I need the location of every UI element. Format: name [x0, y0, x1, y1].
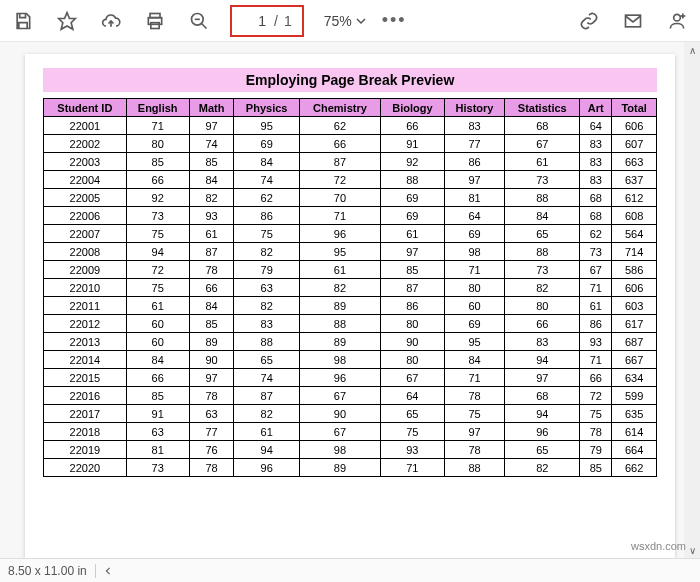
table-cell: 82 [505, 279, 580, 297]
more-menu[interactable]: ••• [382, 10, 407, 31]
table-cell: 61 [505, 153, 580, 171]
table-cell: 83 [444, 117, 505, 135]
table-cell: 88 [380, 171, 444, 189]
table-cell: 22001 [44, 117, 127, 135]
table-cell: 91 [380, 135, 444, 153]
table-cell: 80 [380, 351, 444, 369]
table-cell: 78 [189, 387, 234, 405]
table-cell: 72 [126, 261, 189, 279]
table-cell: 66 [299, 135, 380, 153]
table-cell: 75 [126, 225, 189, 243]
table-cell: 75 [580, 405, 612, 423]
table-cell: 608 [612, 207, 657, 225]
table-cell: 22016 [44, 387, 127, 405]
table-cell: 82 [234, 297, 299, 315]
table-cell: 75 [444, 405, 505, 423]
print-icon[interactable] [138, 4, 172, 38]
table-cell: 22020 [44, 459, 127, 477]
table-cell: 564 [612, 225, 657, 243]
table-cell: 90 [380, 333, 444, 351]
table-cell: 606 [612, 279, 657, 297]
table-cell: 22006 [44, 207, 127, 225]
table-cell: 85 [126, 387, 189, 405]
table-cell: 98 [299, 351, 380, 369]
table-cell: 80 [380, 315, 444, 333]
table-cell: 84 [126, 351, 189, 369]
table-cell: 74 [189, 135, 234, 153]
table-cell: 65 [234, 351, 299, 369]
col-header: Chemistry [299, 99, 380, 117]
vertical-scrollbar[interactable]: ∧ ∨ [684, 42, 700, 558]
table-cell: 22013 [44, 333, 127, 351]
scroll-down-icon[interactable]: ∨ [689, 542, 696, 558]
table-cell: 69 [380, 207, 444, 225]
save-icon[interactable] [6, 4, 40, 38]
table-cell: 22008 [44, 243, 127, 261]
table-row: 220126085838880696686617 [44, 315, 657, 333]
table-cell: 82 [234, 243, 299, 261]
table-cell: 68 [580, 189, 612, 207]
table-cell: 71 [444, 261, 505, 279]
mail-icon[interactable] [616, 4, 650, 38]
zoom-out-icon[interactable] [182, 4, 216, 38]
table-cell: 61 [299, 261, 380, 279]
table-cell: 67 [505, 135, 580, 153]
svg-marker-0 [59, 12, 76, 29]
table-cell: 87 [299, 153, 380, 171]
table-cell: 617 [612, 315, 657, 333]
table-row: 220077561759661696562564 [44, 225, 657, 243]
table-cell: 71 [580, 351, 612, 369]
viewport: Employing Page Break Preview Student IDE… [0, 42, 700, 558]
cloud-upload-icon[interactable] [94, 4, 128, 38]
table-cell: 68 [580, 207, 612, 225]
table-row: 220067393867169648468608 [44, 207, 657, 225]
table-row: 220017197956266836864606 [44, 117, 657, 135]
watermark: wsxdn.com [631, 540, 686, 552]
table-cell: 22011 [44, 297, 127, 315]
table-cell: 61 [380, 225, 444, 243]
table-cell: 69 [380, 189, 444, 207]
table-cell: 612 [612, 189, 657, 207]
table-cell: 72 [580, 387, 612, 405]
table-cell: 97 [444, 423, 505, 441]
table-cell: 87 [234, 387, 299, 405]
table-cell: 86 [380, 297, 444, 315]
link-icon[interactable] [572, 4, 606, 38]
table-cell: 22018 [44, 423, 127, 441]
table-cell: 67 [299, 387, 380, 405]
table-cell: 73 [505, 261, 580, 279]
zoom-dropdown[interactable]: 75% [318, 13, 372, 29]
table-cell: 93 [380, 441, 444, 459]
profile-icon[interactable] [660, 4, 694, 38]
table-cell: 97 [189, 369, 234, 387]
table-cell: 687 [612, 333, 657, 351]
table-cell: 66 [380, 117, 444, 135]
table-cell: 85 [189, 315, 234, 333]
table-cell: 92 [126, 189, 189, 207]
table-cell: 77 [444, 135, 505, 153]
table-row: 220207378968971888285662 [44, 459, 657, 477]
table-cell: 96 [299, 225, 380, 243]
document-page: Employing Page Break Preview Student IDE… [25, 54, 675, 558]
scroll-up-icon[interactable]: ∧ [689, 42, 696, 58]
table-cell: 67 [580, 261, 612, 279]
col-header: Student ID [44, 99, 127, 117]
table-cell: 63 [234, 279, 299, 297]
table-cell: 714 [612, 243, 657, 261]
table-cell: 93 [189, 207, 234, 225]
table-cell: 94 [505, 351, 580, 369]
chevron-left-icon[interactable] [104, 567, 112, 575]
star-icon[interactable] [50, 4, 84, 38]
table-cell: 664 [612, 441, 657, 459]
table-cell: 97 [444, 171, 505, 189]
page-current-input[interactable] [242, 12, 268, 30]
table-row: 220089487829597988873714 [44, 243, 657, 261]
table-row: 220156697749667719766634 [44, 369, 657, 387]
table-cell: 80 [444, 279, 505, 297]
table-cell: 603 [612, 297, 657, 315]
table-cell: 76 [189, 441, 234, 459]
chevron-down-icon [356, 16, 366, 26]
table-cell: 82 [234, 405, 299, 423]
table-row: 220097278796185717367586 [44, 261, 657, 279]
table-row: 220107566638287808271606 [44, 279, 657, 297]
